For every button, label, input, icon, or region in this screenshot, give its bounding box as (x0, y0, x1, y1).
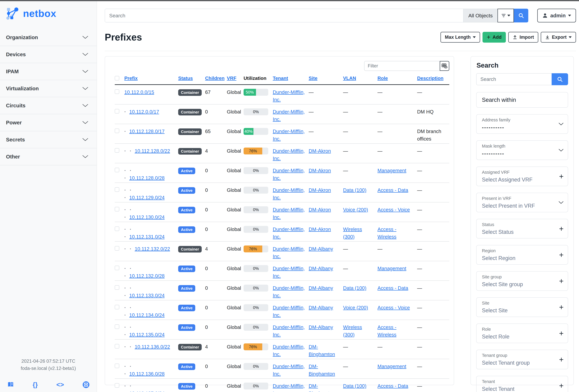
vlan-link[interactable]: Voice (200) (343, 207, 368, 213)
site-link[interactable]: DM-Albany (309, 266, 333, 271)
code-icon[interactable]: <> (56, 381, 64, 389)
chevron-down-icon[interactable] (559, 201, 564, 204)
role-link[interactable]: Management (377, 168, 406, 173)
prefix-link[interactable]: 10.112.136.0/28 (129, 371, 165, 377)
tenant-link[interactable]: Dunder-Mifflin, Inc. (273, 285, 305, 298)
site-link[interactable]: DM-Albany (309, 285, 333, 291)
row-checkbox[interactable] (115, 266, 119, 270)
api-braces-icon[interactable]: {} (33, 381, 38, 389)
filter-field-site[interactable]: SiteSelect Site+ (476, 297, 568, 317)
column-header-tenant[interactable]: Tenant (273, 75, 288, 81)
row-checkbox[interactable] (115, 226, 119, 231)
site-link[interactable]: DM-Albany (309, 246, 333, 252)
netbox-brand[interactable]: netbox (0, 1, 97, 25)
row-checkbox[interactable] (115, 168, 119, 172)
row-checkbox[interactable] (115, 285, 119, 290)
global-search-submit-button[interactable] (514, 9, 528, 22)
sidebar-item-devices[interactable]: Devices (0, 46, 97, 63)
search-within-box[interactable]: Search within (476, 92, 568, 108)
filter-field-mask-length[interactable]: Mask length---------- (476, 140, 568, 160)
column-header-site[interactable]: Site (309, 75, 317, 81)
tenant-link[interactable]: Dunder-Mifflin, Inc. (273, 305, 305, 318)
site-link[interactable]: DM-Akron (309, 148, 331, 154)
tenant-link[interactable]: Dunder-Mifflin, Inc. (273, 129, 305, 142)
filter-field-role[interactable]: RoleSelect Role+ (476, 324, 568, 343)
tenant-link[interactable]: Dunder-Mifflin, Inc. (273, 187, 305, 200)
role-link[interactable]: Access - Data (377, 187, 408, 193)
filter-field-assigned-vrf[interactable]: Assigned VRFSelect Assigned VRF+ (476, 167, 568, 186)
prefix-link[interactable]: 10.112.134.0/24 (129, 312, 165, 318)
row-checkbox[interactable] (115, 148, 119, 153)
chevron-down-icon[interactable] (559, 149, 564, 152)
column-header-description[interactable]: Description (417, 75, 443, 81)
panel-search-button[interactable] (552, 73, 568, 85)
filter-field-tenant-group[interactable]: Tenant groupSelect Tenant group+ (476, 350, 568, 369)
tenant-link[interactable]: Dunder-Mifflin, Inc. (273, 207, 305, 220)
docs-book-icon[interactable] (7, 382, 14, 388)
row-checkbox[interactable] (115, 109, 119, 113)
row-checkbox[interactable] (115, 364, 119, 368)
role-link[interactable]: Access - Voice (377, 207, 410, 213)
vlan-link[interactable]: Wireless (300) (343, 324, 362, 337)
help-lifebuoy-icon[interactable] (82, 381, 89, 388)
prefix-link[interactable]: 10.112.129.0/24 (129, 195, 165, 200)
prefix-link[interactable]: 10.112.131.0/24 (129, 234, 165, 239)
user-menu-button[interactable]: admin (537, 9, 576, 22)
tenant-link[interactable]: Dunder-Mifflin, Inc. (273, 148, 305, 161)
role-link[interactable]: Access - Data (377, 285, 408, 291)
sidebar-item-organization[interactable]: Organization (0, 29, 97, 46)
filter-field-tenant[interactable]: TenantSelect Tenant+ (476, 376, 568, 392)
import-button[interactable]: Import (508, 32, 538, 43)
row-checkbox[interactable] (115, 89, 119, 94)
column-visibility-button[interactable] (440, 61, 449, 71)
site-link[interactable]: DM-Akron (309, 226, 331, 232)
site-link[interactable]: DM-Binghamton (309, 364, 335, 377)
site-link[interactable]: DM-Akron (309, 168, 331, 173)
prefix-link[interactable]: 10.112.132.0/22 (135, 246, 170, 252)
table-filter-input[interactable] (364, 61, 440, 71)
role-link[interactable]: Access - Wireless (377, 226, 396, 239)
tenant-link[interactable]: Dunder-Mifflin, Inc. (273, 246, 305, 259)
prefix-link[interactable]: 10.112.132.0/28 (129, 273, 165, 279)
search-filter-dropdown-button[interactable] (498, 9, 514, 22)
add-button[interactable]: + Add (483, 32, 506, 43)
prefix-link[interactable]: 10.112.0.0/15 (124, 89, 154, 95)
filter-field-region[interactable]: RegionSelect Region+ (476, 245, 568, 265)
column-header-vlan[interactable]: VLAN (343, 75, 356, 81)
panel-search-input[interactable] (476, 73, 552, 85)
prefix-link[interactable]: 10.112.137.0/24 (129, 391, 165, 392)
prefix-link[interactable]: 10.112.136.0/22 (135, 344, 170, 349)
prefix-link[interactable]: 10.112.0.0/17 (129, 109, 159, 114)
sidebar-item-ipam[interactable]: IPAM (0, 63, 97, 80)
prefix-link[interactable]: 10.112.128.0/22 (135, 148, 170, 154)
sidebar-item-other[interactable]: Other (0, 148, 97, 165)
plus-icon[interactable]: + (559, 277, 564, 285)
plus-icon[interactable]: + (559, 172, 564, 180)
tenant-link[interactable]: Dunder-Mifflin, Inc. (273, 226, 305, 239)
row-checkbox[interactable] (115, 207, 119, 211)
prefix-link[interactable]: 10.112.130.0/24 (129, 214, 165, 220)
site-link[interactable]: DM-Albany (309, 324, 333, 330)
max-length-dropdown-button[interactable]: Max Length (440, 32, 480, 43)
sidebar-item-secrets[interactable]: Secrets (0, 131, 97, 148)
row-checkbox[interactable] (115, 246, 119, 251)
column-header-vrf[interactable]: VRF (227, 75, 236, 81)
column-header-prefix[interactable]: Prefix (124, 75, 138, 81)
sidebar-item-virtualization[interactable]: Virtualization (0, 80, 97, 97)
tenant-link[interactable]: Dunder-Mifflin, Inc. (273, 266, 305, 279)
row-checkbox[interactable] (115, 324, 119, 329)
vlan-link[interactable]: Data (100) (343, 383, 366, 389)
prefix-link[interactable]: 10.112.128.0/17 (129, 129, 165, 134)
filter-field-site-group[interactable]: Site groupSelect Site group+ (476, 271, 568, 291)
vlan-link[interactable]: Wireless (300) (343, 226, 362, 239)
tenant-link[interactable]: Dunder-Mifflin, Inc. (273, 109, 305, 122)
prefix-link[interactable]: 10.112.128.0/28 (129, 175, 165, 181)
select-all-checkbox[interactable] (115, 76, 119, 80)
site-link[interactable]: DM-Binghamton (309, 344, 335, 357)
tenant-link[interactable]: Dunder-Mifflin, Inc. (273, 89, 305, 102)
column-header-children[interactable]: Children (205, 75, 224, 81)
site-link[interactable]: DM-Binghamton (309, 383, 335, 392)
sidebar-item-power[interactable]: Power (0, 114, 97, 131)
role-link[interactable]: Management (377, 266, 406, 271)
plus-icon[interactable]: + (559, 225, 564, 233)
